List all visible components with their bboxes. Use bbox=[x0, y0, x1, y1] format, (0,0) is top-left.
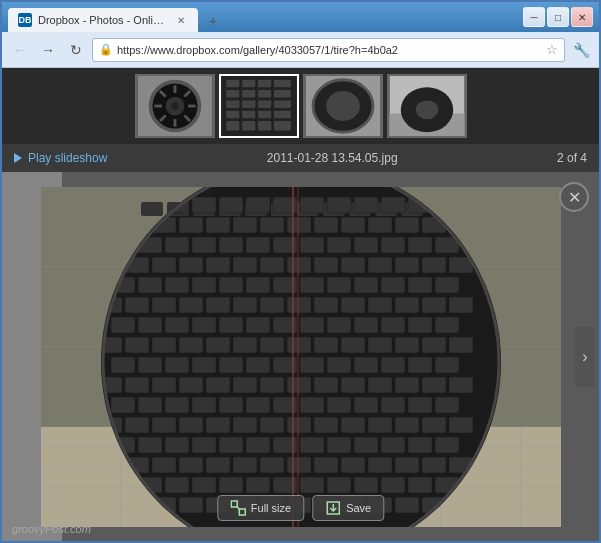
svg-rect-146 bbox=[395, 297, 419, 313]
refresh-button[interactable]: ↻ bbox=[64, 38, 88, 62]
svg-rect-14 bbox=[242, 80, 255, 88]
svg-rect-206 bbox=[192, 397, 216, 413]
svg-rect-183 bbox=[300, 357, 324, 373]
maximize-button[interactable]: □ bbox=[547, 7, 569, 27]
svg-rect-255 bbox=[422, 457, 446, 473]
browser-window: DB Dropbox - Photos - Onlin... ✕ + ─ □ ✕… bbox=[0, 0, 601, 543]
save-button[interactable]: Save bbox=[312, 495, 384, 521]
svg-rect-240 bbox=[381, 437, 405, 453]
svg-rect-21 bbox=[226, 100, 239, 108]
thumbnail-1[interactable] bbox=[135, 74, 215, 138]
svg-rect-112 bbox=[206, 257, 230, 273]
svg-rect-161 bbox=[435, 317, 459, 333]
tab-favicon: DB bbox=[18, 13, 32, 27]
svg-rect-24 bbox=[274, 100, 291, 108]
play-icon bbox=[14, 153, 22, 163]
svg-rect-217 bbox=[125, 417, 149, 433]
back-button[interactable]: ← bbox=[8, 38, 32, 62]
svg-rect-188 bbox=[435, 357, 459, 373]
close-window-button[interactable]: ✕ bbox=[571, 7, 593, 27]
svg-rect-198 bbox=[341, 377, 365, 393]
svg-rect-29 bbox=[226, 121, 239, 130]
svg-rect-249 bbox=[260, 457, 284, 473]
svg-rect-153 bbox=[219, 317, 243, 333]
svg-rect-86 bbox=[233, 217, 257, 233]
new-tab-button[interactable]: + bbox=[202, 10, 224, 32]
svg-rect-175 bbox=[449, 337, 473, 353]
svg-rect-88 bbox=[287, 217, 311, 233]
svg-rect-260 bbox=[192, 477, 216, 493]
svg-rect-228 bbox=[422, 417, 446, 433]
svg-rect-159 bbox=[381, 317, 405, 333]
svg-rect-151 bbox=[165, 317, 189, 333]
svg-rect-26 bbox=[242, 111, 255, 119]
svg-rect-211 bbox=[327, 397, 351, 413]
svg-rect-225 bbox=[341, 417, 365, 433]
svg-rect-210 bbox=[300, 397, 324, 413]
svg-rect-223 bbox=[287, 417, 311, 433]
svg-rect-221 bbox=[233, 417, 257, 433]
play-slideshow-button[interactable]: Play slideshow bbox=[14, 151, 107, 165]
svg-rect-266 bbox=[354, 477, 378, 493]
svg-rect-126 bbox=[219, 277, 243, 293]
svg-rect-264 bbox=[300, 477, 324, 493]
filename-label: 2011-01-28 13.54.05.jpg bbox=[107, 151, 557, 165]
controls-bar: Play slideshow 2011-01-28 13.54.05.jpg 2… bbox=[2, 144, 599, 172]
thumbnail-2[interactable] bbox=[219, 74, 299, 138]
address-bar[interactable]: 🔒 https://www.dropbox.com/gallery/403305… bbox=[92, 38, 565, 62]
svg-rect-106 bbox=[408, 237, 432, 253]
svg-rect-118 bbox=[368, 257, 392, 273]
svg-rect-185 bbox=[354, 357, 378, 373]
svg-rect-265 bbox=[327, 477, 351, 493]
svg-rect-140 bbox=[233, 297, 257, 313]
svg-rect-251 bbox=[314, 457, 338, 473]
svg-rect-157 bbox=[327, 317, 351, 333]
svg-rect-130 bbox=[327, 277, 351, 293]
forward-button[interactable]: → bbox=[36, 38, 60, 62]
svg-rect-242 bbox=[435, 437, 459, 453]
svg-rect-202 bbox=[449, 377, 473, 393]
svg-rect-196 bbox=[287, 377, 311, 393]
svg-rect-92 bbox=[395, 217, 419, 233]
svg-point-35 bbox=[326, 91, 360, 121]
svg-rect-103 bbox=[327, 237, 351, 253]
next-photo-button[interactable]: › bbox=[575, 327, 595, 387]
full-size-icon bbox=[230, 500, 246, 516]
svg-rect-89 bbox=[314, 217, 338, 233]
minimize-button[interactable]: ─ bbox=[523, 7, 545, 27]
bookmark-star-icon[interactable]: ☆ bbox=[546, 42, 558, 57]
svg-rect-194 bbox=[233, 377, 257, 393]
svg-rect-17 bbox=[226, 90, 239, 98]
svg-rect-252 bbox=[341, 457, 365, 473]
svg-rect-97 bbox=[165, 237, 189, 253]
svg-rect-246 bbox=[179, 457, 203, 473]
thumbnail-4[interactable] bbox=[387, 74, 467, 138]
svg-rect-158 bbox=[354, 317, 378, 333]
svg-rect-207 bbox=[219, 397, 243, 413]
svg-rect-235 bbox=[246, 437, 270, 453]
svg-rect-222 bbox=[260, 417, 284, 433]
svg-rect-76 bbox=[327, 197, 351, 213]
svg-rect-213 bbox=[381, 397, 405, 413]
svg-rect-180 bbox=[219, 357, 243, 373]
svg-rect-169 bbox=[287, 337, 311, 353]
settings-wrench-icon[interactable]: 🔧 bbox=[569, 38, 593, 62]
svg-rect-56 bbox=[141, 202, 163, 216]
svg-rect-165 bbox=[179, 337, 203, 353]
svg-rect-125 bbox=[192, 277, 216, 293]
svg-rect-204 bbox=[138, 397, 162, 413]
active-tab[interactable]: DB Dropbox - Photos - Onlin... ✕ bbox=[8, 8, 198, 32]
full-size-button[interactable]: Full size bbox=[217, 495, 304, 521]
close-photo-button[interactable]: ✕ bbox=[559, 182, 589, 212]
svg-rect-167 bbox=[233, 337, 257, 353]
svg-rect-268 bbox=[408, 477, 432, 493]
thumbnail-3[interactable] bbox=[303, 74, 383, 138]
svg-rect-148 bbox=[449, 297, 473, 313]
photo-area: ✕ › Full size bbox=[2, 172, 599, 541]
tab-close-button[interactable]: ✕ bbox=[174, 13, 188, 27]
svg-rect-32 bbox=[274, 121, 291, 130]
svg-rect-78 bbox=[381, 197, 405, 213]
svg-rect-90 bbox=[341, 217, 365, 233]
svg-rect-232 bbox=[165, 437, 189, 453]
svg-rect-199 bbox=[368, 377, 392, 393]
